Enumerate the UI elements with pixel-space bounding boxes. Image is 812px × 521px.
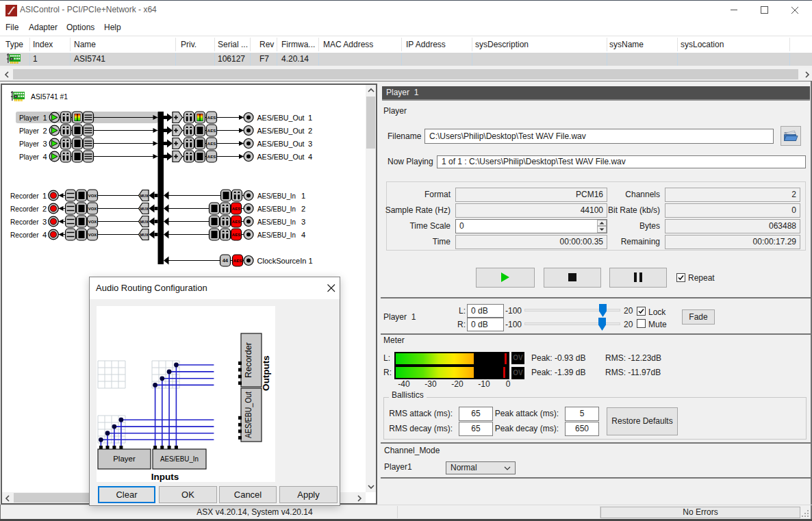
svg-text:AES/EBU_In: AES/EBU_In <box>257 205 296 213</box>
svg-text:4: 4 <box>43 153 47 161</box>
svg-text:Player: Player <box>19 127 39 135</box>
svg-text:3: 3 <box>301 218 305 226</box>
svg-text:AES: AES <box>232 233 240 237</box>
svg-text:MUX: MUX <box>140 194 149 198</box>
svg-text:Outputs: Outputs <box>261 355 271 391</box>
svg-text:MUX: MUX <box>140 233 149 237</box>
svg-text:AES/EBU_In: AES/EBU_In <box>160 455 199 463</box>
svg-text:AES: AES <box>207 116 216 120</box>
svg-text:MUX: MUX <box>140 220 149 224</box>
svg-text:AES/EBU_In: AES/EBU_In <box>257 192 296 200</box>
svg-text:1: 1 <box>308 114 312 122</box>
svg-text:Player: Player <box>19 140 39 148</box>
svg-text:44: 44 <box>223 258 228 263</box>
svg-text:2: 2 <box>308 127 312 135</box>
svg-text:3: 3 <box>42 218 47 226</box>
svg-text:AES/EBU_Out: AES/EBU_Out <box>257 114 305 122</box>
svg-text:AES/EBU_Out: AES/EBU_Out <box>257 127 305 135</box>
svg-text:ASI5741 #1: ASI5741 #1 <box>31 92 68 101</box>
svg-text:1: 1 <box>301 192 305 200</box>
svg-text:VOX: VOX <box>88 233 97 237</box>
svg-text:VOX: VOX <box>88 194 97 198</box>
svg-text:AES: AES <box>207 129 216 133</box>
svg-text:Recorder: Recorder <box>10 192 39 200</box>
svg-text:Recorder: Recorder <box>244 342 253 378</box>
svg-text:ClockSourceIn: ClockSourceIn <box>257 257 307 265</box>
svg-text:2: 2 <box>43 127 47 135</box>
svg-text:Player: Player <box>113 455 136 463</box>
svg-text:AES: AES <box>233 259 242 263</box>
svg-text:4: 4 <box>308 153 312 161</box>
svg-text:Inputs: Inputs <box>151 472 179 482</box>
svg-text:1: 1 <box>309 257 313 265</box>
svg-text:1: 1 <box>42 192 47 200</box>
svg-text:AES/EBU_In: AES/EBU_In <box>257 231 296 239</box>
svg-text:Player: Player <box>19 153 39 161</box>
svg-text:2: 2 <box>42 205 47 213</box>
svg-text:Player: Player <box>19 114 39 122</box>
svg-text:AES/EBU_Out: AES/EBU_Out <box>257 153 305 161</box>
svg-text:AES: AES <box>232 207 240 211</box>
svg-text:AES: AES <box>207 142 216 146</box>
svg-text:AES/EBU_In: AES/EBU_In <box>257 218 296 226</box>
svg-text:3: 3 <box>43 140 47 148</box>
svg-text:Recorder: Recorder <box>10 205 39 213</box>
svg-text:Recorder: Recorder <box>10 218 39 226</box>
svg-text:1: 1 <box>43 114 47 122</box>
svg-text:4: 4 <box>42 231 47 239</box>
svg-text:AES/EBU_Out: AES/EBU_Out <box>244 391 253 438</box>
svg-text:VOX: VOX <box>88 207 97 211</box>
svg-text:2: 2 <box>301 205 305 213</box>
svg-text:3: 3 <box>308 140 312 148</box>
svg-text:VOX: VOX <box>88 220 97 224</box>
svg-text:AES: AES <box>232 220 240 224</box>
svg-text:AES/EBU_Out: AES/EBU_Out <box>257 140 305 148</box>
svg-text:MUX: MUX <box>140 207 149 211</box>
svg-text:4: 4 <box>301 231 305 239</box>
svg-text:Recorder: Recorder <box>10 231 39 239</box>
svg-text:AES: AES <box>207 155 216 159</box>
